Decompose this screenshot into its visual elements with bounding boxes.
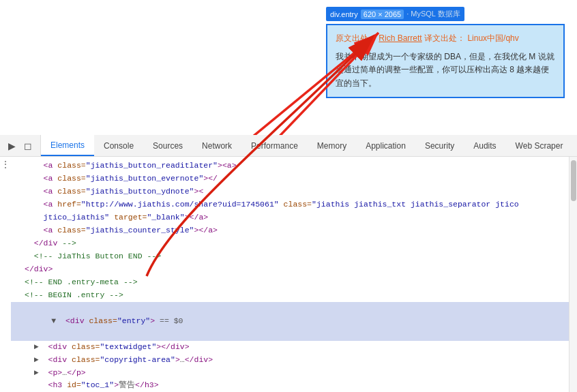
trans-label: 译文出处： <box>424 33 465 43</box>
tab-memory[interactable]: Memory <box>308 135 356 156</box>
code-line: ► <div class="textwidget"></div> <box>11 341 569 354</box>
code-line: <!-- END .entry-meta --> <box>11 276 569 289</box>
elements-panel: ⋮ <a class="jiathis_button_readitlater">… <box>0 157 577 392</box>
tab-elements[interactable]: Elements <box>41 135 94 156</box>
tab-performance[interactable]: Performance <box>241 135 308 156</box>
code-line: <a class="jiathis_button_readitlater"><a… <box>11 160 569 172</box>
tab-sources[interactable]: Sources <box>143 135 192 156</box>
tab-left-icons: ▶ ◻ <box>0 135 41 156</box>
code-line: jtico_jiathis" target="_blank"></a> <box>11 211 569 224</box>
code-line: <!-- JiaThis Button END --> <box>11 250 569 263</box>
preview-area: div.entry 620 × 2065 · MySQL 数据库 原文出处： R… <box>0 0 577 135</box>
tab-console[interactable]: Console <box>94 135 143 156</box>
code-line: ► <div class="copyright-area">…</div> <box>11 354 569 367</box>
trans-path: Linux中国/qhv <box>467 33 518 43</box>
code-line: <a class="jiathis_button_ydnote">< <box>11 185 569 198</box>
source-label: 原文出处： <box>336 33 376 43</box>
scrollbar-track[interactable] <box>569 157 577 392</box>
scrollbar-thumb[interactable] <box>571 160 576 201</box>
code-line-selected[interactable]: ▼ <div class="entry"> == $0 <box>11 302 569 341</box>
code-line: <h3 id="toc_1">警告</h3> <box>11 379 569 392</box>
inspector-icon[interactable]: ▶ <box>5 139 18 153</box>
content-preview-box: 原文出处： Rich Barrett 译文出处： Linux中国/qhv 我并不… <box>326 24 565 98</box>
badge-extra: · MySQL 数据库 <box>406 9 460 19</box>
badge-element-name: div.entry <box>330 10 358 18</box>
source-line: 原文出处： Rich Barrett 译文出处： Linux中国/qhv <box>336 32 555 45</box>
tab-application[interactable]: Application <box>356 135 415 156</box>
tab-audits[interactable]: Audits <box>464 135 505 156</box>
device-icon[interactable]: ◻ <box>21 139 35 153</box>
more-tools-button[interactable]: ⋮ <box>0 157 11 392</box>
devtools-tabs: ▶ ◻ Elements Console Sources Network Per… <box>0 135 577 157</box>
source-author: Rich Barrett <box>379 33 421 43</box>
code-line: <a href="http://www.jiathis.com/share?ui… <box>11 198 569 211</box>
code-line: </div --> <box>11 237 569 250</box>
badge-size: 620 × 2065 <box>361 10 404 19</box>
tab-webscraper[interactable]: Web Scraper <box>506 135 573 156</box>
code-line: ► <p>…</p> <box>11 367 569 380</box>
code-line: </div> <box>11 263 569 276</box>
tab-security[interactable]: Security <box>415 135 464 156</box>
content-text: 我并不期望成为一个专家级的 DBA，但是，在我优化 M 说就是通过简单的调整一些… <box>336 50 555 90</box>
code-area: <a class="jiathis_button_readitlater"><a… <box>0 157 569 392</box>
tab-network[interactable]: Network <box>192 135 241 156</box>
element-badge: div.entry 620 × 2065 · MySQL 数据库 <box>326 7 464 21</box>
code-line: <a class="jiathis_button_evernote"></ <box>11 172 569 185</box>
code-line: <a class="jiathis_counter_style"></a> <box>11 224 569 237</box>
code-line: <!-- BEGIN .entry --> <box>11 289 569 302</box>
